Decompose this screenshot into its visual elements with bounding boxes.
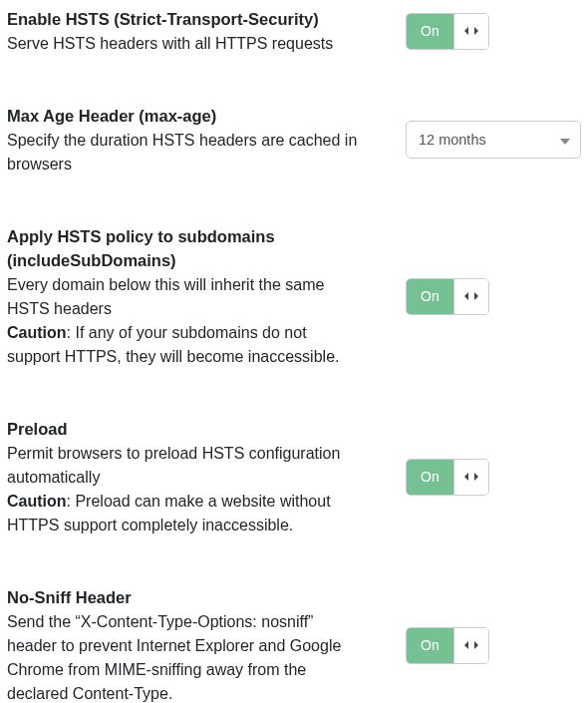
- setting-preload: Preload Permit browsers to preload HSTS …: [7, 417, 581, 585]
- setting-control: On: [382, 278, 581, 315]
- setting-control: On: [382, 627, 581, 664]
- toggle-on-label: On: [407, 628, 454, 663]
- arrows-horizontal-icon: [463, 471, 479, 483]
- setting-control: On: [382, 13, 581, 50]
- setting-desc: Send the “X-Content-Type-Options: nosnif…: [7, 610, 358, 704]
- toggle-off-side: [454, 14, 488, 49]
- setting-control: 12 months: [382, 121, 581, 159]
- nosniff-toggle[interactable]: On: [406, 627, 489, 664]
- setting-text: Enable HSTS (Strict-Transport-Security) …: [7, 7, 382, 56]
- toggle-off-side: [454, 279, 488, 314]
- setting-title: Max Age Header (max-age): [7, 104, 358, 129]
- setting-enable-hsts: Enable HSTS (Strict-Transport-Security) …: [7, 7, 581, 104]
- setting-control: On: [382, 459, 581, 496]
- setting-caution: Caution: Preload can make a website with…: [7, 490, 358, 537]
- caution-label: Caution: [7, 324, 67, 341]
- setting-title: No-Sniff Header: [7, 585, 358, 610]
- setting-text: Apply HSTS policy to subdomains (include…: [7, 224, 382, 370]
- chevron-down-icon: [560, 131, 570, 149]
- arrows-horizontal-icon: [463, 290, 479, 302]
- setting-no-sniff: No-Sniff Header Send the “X-Content-Type…: [7, 585, 581, 703]
- setting-title: Enable HSTS (Strict-Transport-Security): [7, 7, 358, 32]
- setting-text: No-Sniff Header Send the “X-Content-Type…: [7, 585, 382, 703]
- hsts-toggle[interactable]: On: [406, 13, 489, 50]
- setting-title: Preload: [7, 417, 358, 442]
- setting-title: Apply HSTS policy to subdomains (include…: [7, 224, 358, 274]
- setting-desc: Specify the duration HSTS headers are ca…: [7, 129, 358, 176]
- toggle-on-label: On: [407, 460, 454, 495]
- max-age-select[interactable]: 12 months: [406, 121, 581, 159]
- toggle-on-label: On: [407, 279, 454, 314]
- setting-max-age: Max Age Header (max-age) Specify the dur…: [7, 104, 581, 224]
- toggle-on-label: On: [407, 14, 454, 49]
- setting-text: Preload Permit browsers to preload HSTS …: [7, 417, 382, 537]
- arrows-horizontal-icon: [463, 639, 479, 651]
- arrows-horizontal-icon: [463, 25, 479, 37]
- setting-caution: Caution: If any of your subdomains do no…: [7, 321, 358, 369]
- preload-toggle[interactable]: On: [406, 459, 489, 496]
- setting-desc: Serve HSTS headers with all HTTPS reques…: [7, 32, 358, 56]
- subdomains-toggle[interactable]: On: [406, 278, 489, 315]
- caution-label: Caution: [7, 493, 67, 510]
- setting-text: Max Age Header (max-age) Specify the dur…: [7, 104, 382, 176]
- setting-desc: Every domain below this will inherit the…: [7, 273, 358, 321]
- toggle-off-side: [454, 628, 488, 663]
- setting-desc: Permit browsers to preload HSTS configur…: [7, 442, 358, 490]
- toggle-off-side: [454, 460, 488, 495]
- setting-include-subdomains: Apply HSTS policy to subdomains (include…: [7, 224, 581, 418]
- select-value: 12 months: [407, 122, 580, 158]
